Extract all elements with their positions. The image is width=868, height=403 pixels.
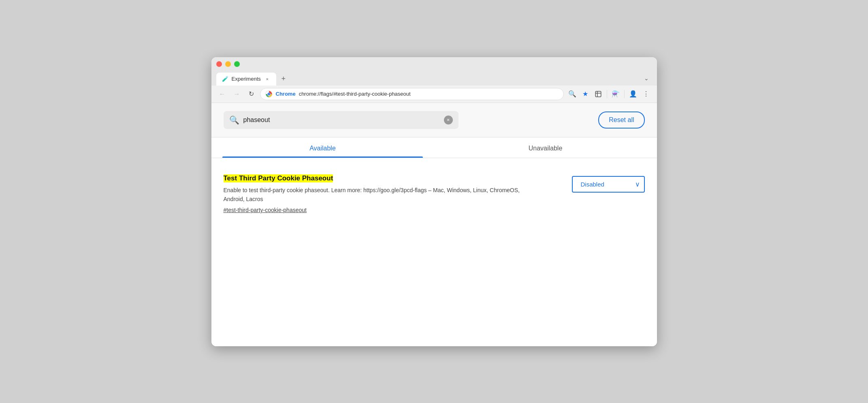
tab-unavailable[interactable]: Unavailable: [434, 137, 657, 158]
zoom-icon-button[interactable]: 🔍: [566, 88, 578, 100]
browser-window: 🧪 Experiments × + ⌄ ← → ↻ Chrome: [211, 57, 657, 346]
reload-button[interactable]: ↻: [245, 88, 258, 100]
experiments-icon-button[interactable]: ⚗️: [610, 88, 622, 100]
flag-status-select[interactable]: Default Disabled Enabled: [572, 176, 645, 193]
chrome-logo-icon: [265, 90, 273, 98]
toolbar-icons: 🔍 ★ ⚗️ 👤 ⋮: [566, 88, 652, 100]
flags-search-input[interactable]: [243, 116, 440, 124]
flag-select-wrapper: Default Disabled Enabled: [572, 176, 645, 193]
flag-title: Test Third Party Cookie Phaseout: [224, 174, 333, 182]
toolbar-divider-2: [624, 90, 625, 98]
tab-experiments-icon: 🧪: [222, 76, 228, 82]
search-icon: 🔍: [229, 115, 239, 125]
flag-select-container: Default Disabled Enabled: [572, 176, 645, 193]
tabs-row: 🧪 Experiments × +: [216, 73, 289, 86]
address-url: chrome://flags/#test-third-party-cookie-…: [299, 91, 559, 97]
tab-title: Experiments: [232, 76, 261, 82]
content-tabs: Available Unavailable: [211, 137, 657, 158]
clear-search-button[interactable]: ×: [444, 116, 453, 124]
new-tab-button[interactable]: +: [278, 73, 289, 85]
flags-list: Test Third Party Cookie Phaseout Enable …: [211, 158, 657, 230]
flag-info: Test Third Party Cookie Phaseout Enable …: [224, 174, 540, 214]
extensions-icon-button[interactable]: [592, 88, 604, 100]
forward-button[interactable]: →: [231, 88, 243, 100]
back-button[interactable]: ←: [216, 88, 228, 100]
profile-icon-button[interactable]: 👤: [627, 88, 639, 100]
active-tab[interactable]: 🧪 Experiments ×: [216, 73, 276, 86]
close-button[interactable]: [216, 61, 222, 67]
profile-dropdown-button[interactable]: ⌄: [641, 73, 652, 84]
menu-icon-button[interactable]: ⋮: [640, 88, 652, 100]
toolbar-divider: [607, 90, 607, 98]
tab-close-button[interactable]: ×: [264, 76, 271, 82]
maximize-button[interactable]: [234, 61, 240, 67]
reset-all-button[interactable]: Reset all: [598, 111, 644, 129]
flag-description: Enable to test third-party cookie phaseo…: [224, 186, 540, 204]
flags-search-container: 🔍 ×: [224, 111, 459, 129]
svg-point-1: [267, 92, 270, 95]
toolbar: ← → ↻ Chrome chrome://flags/#test-third-…: [211, 86, 657, 103]
minimize-button[interactable]: [225, 61, 231, 67]
address-bar[interactable]: Chrome chrome://flags/#test-third-party-…: [260, 88, 564, 100]
flag-anchor-link[interactable]: #test-third-party-cookie-phaseout: [224, 207, 540, 213]
tab-available[interactable]: Available: [211, 137, 434, 158]
title-bar: 🧪 Experiments × + ⌄: [211, 57, 657, 86]
bookmark-icon-button[interactable]: ★: [579, 88, 591, 100]
search-bar-area: 🔍 × Reset all: [211, 103, 657, 137]
page-content: 🔍 × Reset all Available Unavailable Test…: [211, 103, 657, 346]
traffic-lights: [216, 61, 240, 67]
chrome-label: Chrome: [276, 91, 296, 97]
flag-item: Test Third Party Cookie Phaseout Enable …: [224, 168, 645, 220]
